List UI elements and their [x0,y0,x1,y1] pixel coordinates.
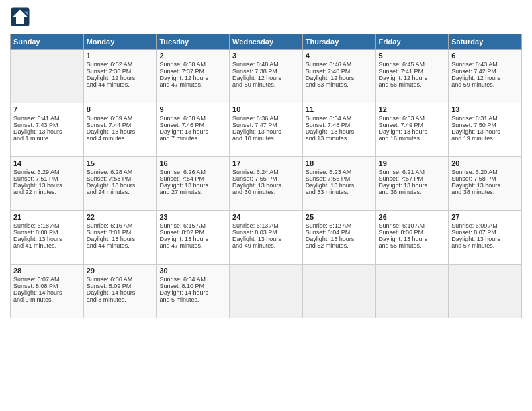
day-info: and 47 minutes. [159,81,226,88]
calendar-cell: 10Sunrise: 6:36 AMSunset: 7:47 PMDayligh… [230,103,303,157]
day-info: and 52 minutes. [306,242,373,249]
calendar-cell [302,265,375,318]
week-row-5: 28Sunrise: 6:07 AMSunset: 8:08 PMDayligh… [11,265,522,318]
day-info: Sunrise: 6:31 AM [451,115,519,122]
day-number: 14 [13,159,81,167]
calendar-cell: 30Sunrise: 6:04 AMSunset: 8:10 PMDayligh… [157,265,230,318]
day-info: and 53 minutes. [306,81,373,88]
day-info: and 50 minutes. [232,81,300,88]
day-info: Daylight: 13 hours [87,182,154,189]
day-info: and 41 minutes. [13,242,81,249]
calendar-cell: 19Sunrise: 6:21 AMSunset: 7:57 PMDayligh… [375,157,449,211]
day-info: and 27 minutes. [159,189,226,195]
day-info: Sunset: 7:46 PM [159,122,226,128]
day-info: Daylight: 13 hours [87,128,154,135]
day-info: Sunset: 8:08 PM [13,283,81,289]
day-info: Sunset: 7:47 PM [232,122,300,128]
day-info: and 0 minutes. [13,296,81,303]
day-info: Sunrise: 6:18 AM [13,222,81,229]
day-info: Sunrise: 6:07 AM [13,276,81,283]
day-info: and 44 minutes. [87,81,154,88]
day-info: Daylight: 13 hours [13,128,81,135]
day-number: 16 [159,159,226,167]
day-info: Daylight: 13 hours [232,128,300,135]
day-info: Daylight: 13 hours [159,236,226,242]
day-info: and 16 minutes. [379,135,446,142]
day-number: 28 [13,267,81,275]
calendar-cell [11,50,84,103]
col-header-tuesday: Tuesday [157,34,230,50]
week-row-4: 21Sunrise: 6:18 AMSunset: 8:00 PMDayligh… [11,211,522,265]
day-info: Sunrise: 6:43 AM [451,61,519,68]
calendar-cell: 25Sunrise: 6:12 AMSunset: 8:04 PMDayligh… [302,211,375,265]
day-info: Sunset: 8:10 PM [159,283,226,289]
day-info: Sunrise: 6:16 AM [87,222,154,229]
day-info: Daylight: 12 hours [306,75,373,81]
day-info: Sunrise: 6:33 AM [379,115,446,122]
day-info: Daylight: 13 hours [451,236,519,242]
logo-icon [10,7,30,27]
day-info: Sunset: 7:53 PM [87,175,154,182]
day-info: Sunrise: 6:10 AM [379,222,446,229]
day-info: Sunrise: 6:23 AM [306,169,373,175]
page-container: SundayMondayTuesdayWednesdayThursdayFrid… [0,0,532,325]
calendar-cell [230,265,303,318]
calendar-cell: 14Sunrise: 6:29 AMSunset: 7:51 PMDayligh… [11,157,84,211]
col-header-monday: Monday [83,34,157,50]
day-number: 6 [451,52,519,60]
day-info: and 56 minutes. [379,81,446,88]
day-info: Sunset: 7:51 PM [13,175,81,182]
day-number: 22 [87,213,154,221]
week-row-2: 7Sunrise: 6:41 AMSunset: 7:43 PMDaylight… [11,103,522,157]
day-info: Daylight: 13 hours [232,236,300,242]
day-info: Daylight: 13 hours [306,182,373,189]
calendar-cell: 13Sunrise: 6:31 AMSunset: 7:50 PMDayligh… [449,103,522,157]
day-info: Sunrise: 6:12 AM [306,222,373,229]
day-info: and 1 minute. [13,135,81,142]
day-info: and 57 minutes. [451,242,519,249]
day-info: and 33 minutes. [306,189,373,195]
calendar-cell: 23Sunrise: 6:15 AMSunset: 8:02 PMDayligh… [157,211,230,265]
day-info: Daylight: 14 hours [159,289,226,296]
day-info: and 22 minutes. [13,189,81,195]
day-info: Sunset: 7:55 PM [232,175,300,182]
day-info: Sunset: 7:40 PM [306,68,373,75]
day-info: Daylight: 12 hours [159,75,226,81]
day-info: Sunrise: 6:36 AM [232,115,300,122]
day-info: Daylight: 13 hours [379,128,446,135]
day-info: Sunrise: 6:52 AM [87,61,154,68]
day-info: Daylight: 14 hours [13,289,81,296]
day-info: and 7 minutes. [159,135,226,142]
calendar-cell [375,265,449,318]
day-info: Sunset: 7:54 PM [159,175,226,182]
day-info: Sunset: 7:49 PM [379,122,446,128]
day-info: Daylight: 13 hours [451,128,519,135]
day-info: Daylight: 13 hours [379,182,446,189]
day-number: 1 [87,52,154,60]
day-info: Sunrise: 6:50 AM [159,61,226,68]
day-number: 11 [306,105,373,113]
day-number: 12 [379,105,446,113]
col-header-saturday: Saturday [449,34,522,50]
day-info: Sunset: 7:42 PM [451,68,519,75]
day-info: Daylight: 13 hours [306,236,373,242]
day-info: Daylight: 13 hours [159,182,226,189]
day-number: 19 [379,159,446,167]
day-info: Sunset: 7:50 PM [451,122,519,128]
calendar-cell: 2Sunrise: 6:50 AMSunset: 7:37 PMDaylight… [157,50,230,103]
day-info: Sunset: 7:36 PM [87,68,154,75]
calendar-cell: 22Sunrise: 6:16 AMSunset: 8:01 PMDayligh… [83,211,157,265]
day-info: Sunset: 8:01 PM [87,229,154,236]
day-number: 20 [451,159,519,167]
day-info: Sunset: 8:00 PM [13,229,81,236]
day-info: Sunrise: 6:39 AM [87,115,154,122]
day-info: Sunrise: 6:45 AM [379,61,446,68]
calendar-cell: 21Sunrise: 6:18 AMSunset: 8:00 PMDayligh… [11,211,84,265]
day-number: 5 [379,52,446,60]
day-info: Sunrise: 6:28 AM [87,169,154,175]
day-info: Sunrise: 6:38 AM [159,115,226,122]
calendar-cell: 18Sunrise: 6:23 AMSunset: 7:56 PMDayligh… [302,157,375,211]
calendar-cell: 9Sunrise: 6:38 AMSunset: 7:46 PMDaylight… [157,103,230,157]
day-info: and 24 minutes. [87,189,154,195]
day-info: Sunrise: 6:48 AM [232,61,300,68]
